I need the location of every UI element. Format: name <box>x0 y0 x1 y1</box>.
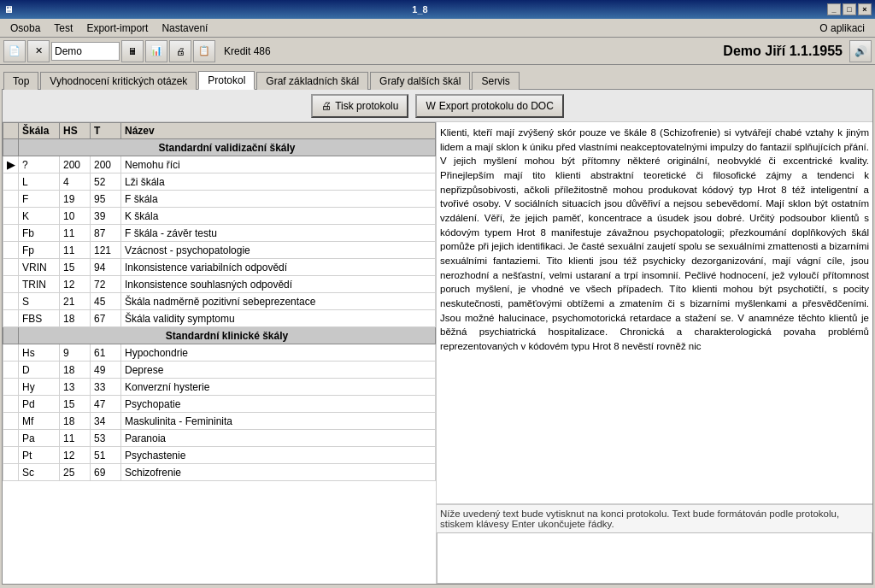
table-row: Fb 11 87 F škála - závěr testu <box>3 225 436 242</box>
printer-icon: 🖨 <box>321 100 332 112</box>
menu-nastaveni[interactable]: Nastavení <box>155 21 214 36</box>
maximize-button[interactable]: □ <box>843 3 856 15</box>
cell-hs: 12 <box>60 276 91 293</box>
calculator2-button[interactable]: 📊 <box>145 40 167 62</box>
main-title: Demo Jiří 1.1.1955 <box>723 44 843 59</box>
cell-hs: 200 <box>60 156 91 173</box>
row-arrow <box>3 276 19 293</box>
col-skala-header: Škála <box>19 123 60 139</box>
menu-osoba[interactable]: Osoba <box>3 21 47 36</box>
col-hs-header: HS <box>60 123 91 139</box>
cell-hs: 15 <box>60 259 91 276</box>
cell-nazev: Inkonsistence variabilních odpovědí <box>121 259 436 276</box>
cell-nazev: Paranoia <box>121 430 436 447</box>
tab-servis[interactable]: Servis <box>472 72 519 90</box>
cell-nazev: F škála - závěr testu <box>121 225 436 242</box>
row-arrow <box>3 225 19 242</box>
menu-bar: Osoba Test Export-import Nastavení O apl… <box>0 19 875 38</box>
export-small-button[interactable]: 📋 <box>193 40 215 62</box>
minimize-button[interactable]: _ <box>827 3 841 15</box>
menu-o-aplikaci[interactable]: O aplikaci <box>813 21 872 36</box>
cell-t: 121 <box>91 242 121 259</box>
calculator2-icon: 📊 <box>150 45 162 56</box>
table-row: FBS 18 67 Škála validity symptomu <box>3 310 436 327</box>
cell-skala: Hs <box>19 344 60 362</box>
table-row: L 4 52 Lži škála <box>3 173 436 191</box>
cell-nazev: Škála nadměrně pozitivní sebeprezentace <box>121 293 436 310</box>
row-arrow <box>3 379 19 396</box>
menu-export-import[interactable]: Export-import <box>79 21 155 36</box>
cell-t: 47 <box>91 396 121 413</box>
cell-hs: 19 <box>60 191 91 208</box>
demo-input[interactable] <box>51 42 120 61</box>
calculator-button[interactable]: 🖩 <box>121 40 144 62</box>
cell-t: 49 <box>91 362 121 379</box>
cell-skala: TRIN <box>19 276 60 293</box>
tab-graf-zakladnich[interactable]: Graf základních škál <box>256 72 368 90</box>
cell-hs: 12 <box>60 447 91 464</box>
table-row: Sc 25 69 Schizofrenie <box>3 464 436 481</box>
cell-t: 34 <box>91 413 121 430</box>
row-arrow <box>3 293 19 310</box>
text-display[interactable]: Klienti, kteří mají zvýšený skór pouze v… <box>437 122 872 504</box>
text-input-label: Níže uvedený text bude vytisknut na konc… <box>437 504 872 532</box>
cell-t: 51 <box>91 447 121 464</box>
cell-skala: S <box>19 293 60 310</box>
cell-skala: Pt <box>19 447 60 464</box>
cell-skala: ? <box>19 156 60 173</box>
table-row: ▶ ? 200 200 Nemohu říci <box>3 156 436 173</box>
table-row: Mf 18 34 Maskulinita - Femininita <box>3 413 436 430</box>
content-area: 🖨 Tisk protokolu W Export protokolu do D… <box>2 89 873 585</box>
print-protocol-button[interactable]: 🖨 Tisk protokolu <box>311 94 408 118</box>
col-nazev-header: Název <box>121 123 436 139</box>
title-bar-title: 1_8 <box>13 4 827 15</box>
cell-t: 72 <box>91 276 121 293</box>
cell-t: 87 <box>91 225 121 242</box>
cell-hs: 21 <box>60 293 91 310</box>
cell-nazev: F škála <box>121 191 436 208</box>
menu-test[interactable]: Test <box>47 21 79 36</box>
title-bar: 🖥 1_8 _ □ × <box>0 0 875 19</box>
table-row: Hs 9 61 Hypochondrie <box>3 344 436 362</box>
cell-hs: 15 <box>60 396 91 413</box>
text-input[interactable] <box>437 532 872 584</box>
row-arrow <box>3 242 19 259</box>
cell-skala: L <box>19 173 60 191</box>
speaker-icon: 🔊 <box>854 45 867 57</box>
tab-top[interactable]: Top <box>3 72 38 90</box>
speaker-button[interactable]: 🔊 <box>849 40 872 62</box>
table-row: S 21 45 Škála nadměrně pozitivní sebepre… <box>3 293 436 310</box>
close-record-button[interactable]: ✕ <box>27 40 50 62</box>
table-area[interactable]: Škála HS T Název Standardní validizační … <box>3 122 437 584</box>
col-arrow <box>3 123 19 139</box>
tab-grafy-dalsich[interactable]: Grafy dalších škál <box>370 72 470 90</box>
table-row: Fp 11 121 Vzácnost - psychopatologie <box>3 242 436 259</box>
cell-nazev: Inkonsistence souhlasných odpovědí <box>121 276 436 293</box>
export-protocol-button[interactable]: W Export protokolu do DOC <box>415 94 563 118</box>
cell-t: 67 <box>91 310 121 327</box>
table-row: TRIN 12 72 Inkonsistence souhlasných odp… <box>3 276 436 293</box>
cell-skala: Pd <box>19 396 60 413</box>
table-row: Pt 12 51 Psychastenie <box>3 447 436 464</box>
row-arrow <box>3 173 19 191</box>
close-button[interactable]: × <box>858 3 872 15</box>
table-row: Pa 11 53 Paranoia <box>3 430 436 447</box>
cell-nazev: Škála validity symptomu <box>121 310 436 327</box>
cell-hs: 9 <box>60 344 91 362</box>
row-arrow <box>3 413 19 430</box>
table-row: Hy 13 33 Konverzní hysterie <box>3 379 436 396</box>
row-arrow <box>3 447 19 464</box>
cell-t: 200 <box>91 156 121 173</box>
table-row: K 10 39 K škála <box>3 208 436 225</box>
row-arrow <box>3 464 19 481</box>
cell-skala: Mf <box>19 413 60 430</box>
tab-vyhodnoceni[interactable]: Vyhodnocení kritických otázek <box>40 72 197 90</box>
print-small-button[interactable]: 🖨 <box>169 40 191 62</box>
protocol-toolbar: 🖨 Tisk protokolu W Export protokolu do D… <box>3 90 872 122</box>
cell-nazev: Schizofrenie <box>121 464 436 481</box>
cell-skala: Hy <box>19 379 60 396</box>
col-t-header: T <box>91 123 121 139</box>
new-button[interactable]: 📄 <box>3 40 26 62</box>
row-arrow <box>3 430 19 447</box>
tab-protokol[interactable]: Protokol <box>198 71 255 90</box>
